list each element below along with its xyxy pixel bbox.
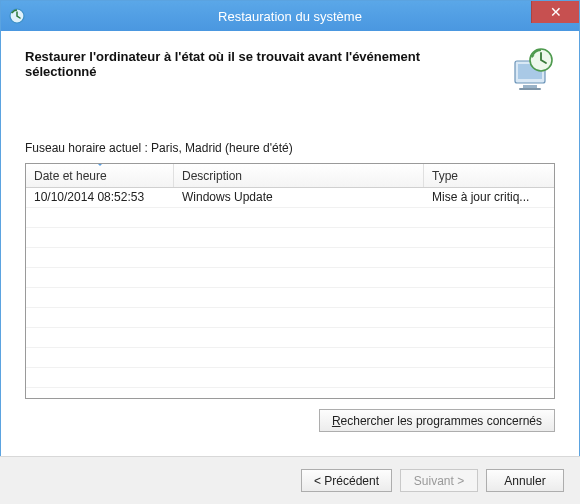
table-row[interactable] (26, 328, 554, 348)
table-body: 10/10/2014 08:52:53 Windows Update Mise … (26, 188, 554, 388)
table-row[interactable] (26, 308, 554, 328)
table-row[interactable] (26, 208, 554, 228)
next-button[interactable]: Suivant > (400, 469, 478, 492)
scan-programs-button[interactable]: Rechercher les programmes concernés (319, 409, 555, 432)
svg-rect-3 (523, 85, 537, 88)
cell-date: 10/10/2014 08:52:53 (26, 188, 174, 207)
table-row[interactable]: 10/10/2014 08:52:53 Windows Update Mise … (26, 188, 554, 208)
content-area: Fuseau horaire actuel : Paris, Madrid (h… (1, 101, 579, 432)
close-button[interactable]: ✕ (531, 1, 579, 23)
svg-rect-4 (519, 88, 541, 90)
restore-points-table[interactable]: Date et heure Description Type 10/10/201… (25, 163, 555, 399)
table-row[interactable] (26, 348, 554, 368)
table-row[interactable] (26, 368, 554, 388)
header-section: Restaurer l'ordinateur à l'état où il se… (1, 31, 579, 101)
column-type[interactable]: Type (424, 164, 554, 187)
timezone-label: Fuseau horaire actuel : Paris, Madrid (h… (25, 141, 555, 155)
restore-large-icon (505, 45, 555, 95)
system-restore-icon (9, 8, 25, 24)
titlebar: Restauration du système ✕ (1, 1, 579, 31)
wizard-footer: < Précédent Suivant > Annuler (0, 456, 580, 504)
close-icon: ✕ (550, 4, 562, 20)
cancel-button[interactable]: Annuler (486, 469, 564, 492)
sort-desc-icon (96, 163, 104, 166)
table-row[interactable] (26, 248, 554, 268)
column-description[interactable]: Description (174, 164, 424, 187)
table-row[interactable] (26, 228, 554, 248)
window-title: Restauration du système (218, 9, 362, 24)
column-date[interactable]: Date et heure (26, 164, 174, 187)
table-row[interactable] (26, 288, 554, 308)
table-row[interactable] (26, 268, 554, 288)
back-button[interactable]: < Précédent (301, 469, 392, 492)
table-header: Date et heure Description Type (26, 164, 554, 188)
page-title: Restaurer l'ordinateur à l'état où il se… (25, 45, 493, 79)
cell-description: Windows Update (174, 188, 424, 207)
cell-type: Mise à jour critiq... (424, 188, 554, 207)
